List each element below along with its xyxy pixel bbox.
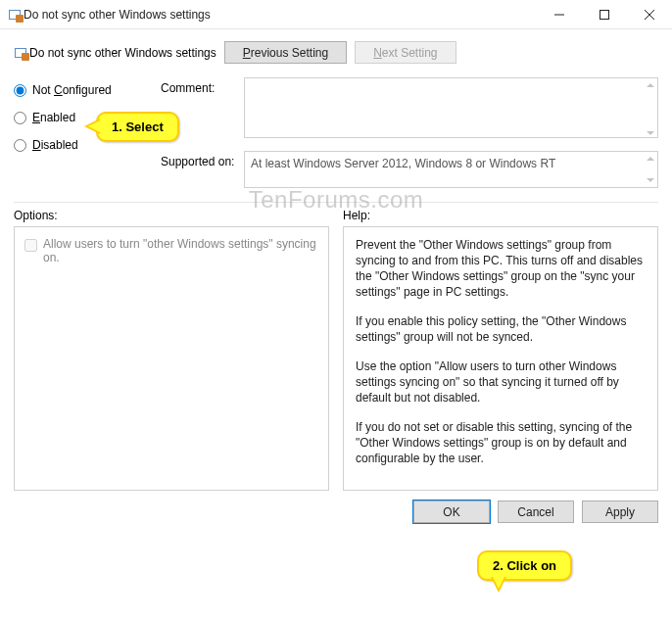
minimize-button[interactable] xyxy=(537,0,582,29)
window-controls xyxy=(537,0,672,29)
options-label: Options: xyxy=(14,209,329,222)
supported-text: At least Windows Server 2012, Windows 8 … xyxy=(244,151,658,188)
close-button[interactable] xyxy=(627,0,672,29)
maximize-button[interactable] xyxy=(582,0,627,29)
titlebar: Do not sync other Windows settings xyxy=(0,0,672,29)
help-p2: If you enable this policy setting, the "… xyxy=(356,313,646,345)
supported-label: Supported on: xyxy=(161,151,244,168)
help-p3: Use the option "Allow users to turn othe… xyxy=(356,358,646,405)
next-setting-button: Next Setting xyxy=(355,41,456,64)
comment-textarea[interactable] xyxy=(244,77,658,138)
callout-click: 2. Click on xyxy=(477,550,572,581)
window-icon xyxy=(8,7,24,23)
radio-disabled-input[interactable] xyxy=(14,139,26,152)
help-p1: Prevent the "Other Windows settings" gro… xyxy=(356,237,646,300)
help-panel: Prevent the "Other Windows settings" gro… xyxy=(343,226,658,491)
option-checkbox xyxy=(24,239,37,252)
previous-setting-button[interactable]: Previous Setting xyxy=(224,41,347,64)
apply-button[interactable]: Apply xyxy=(582,501,658,523)
header-row: Do not sync other Windows settings Previ… xyxy=(0,29,672,72)
bottom-buttons: OK Cancel Apply xyxy=(0,491,672,535)
ok-button[interactable]: OK xyxy=(413,501,490,523)
radio-not-configured-input[interactable] xyxy=(14,84,26,97)
callout-select: 1. Select xyxy=(96,112,179,142)
window-title: Do not sync other Windows settings xyxy=(24,8,537,22)
svg-rect-1 xyxy=(600,10,609,19)
lower-area: Options: Allow users to turn "other Wind… xyxy=(0,203,672,491)
header-label: Do not sync other Windows settings xyxy=(29,46,216,60)
comment-label: Comment: xyxy=(161,77,244,95)
help-label: Help: xyxy=(343,209,658,222)
radio-not-configured[interactable]: Not Configured xyxy=(14,83,161,97)
cancel-button[interactable]: Cancel xyxy=(498,501,574,523)
option-allow-users[interactable]: Allow users to turn "other Windows setti… xyxy=(24,237,318,264)
option-checkbox-label: Allow users to turn "other Windows setti… xyxy=(43,237,318,264)
options-panel: Allow users to turn "other Windows setti… xyxy=(14,226,329,491)
policy-icon xyxy=(14,45,29,61)
radio-enabled-input[interactable] xyxy=(14,112,26,124)
help-p4: If you do not set or disable this settin… xyxy=(356,419,646,466)
